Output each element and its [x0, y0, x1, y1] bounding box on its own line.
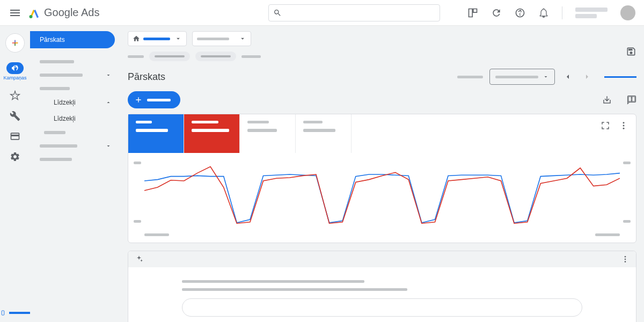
metric-tab-2[interactable] — [184, 114, 240, 153]
filter-chip[interactable] — [149, 52, 190, 61]
google-ads-logo-icon — [28, 6, 41, 19]
filter-label — [241, 55, 261, 58]
device-icon — [0, 309, 6, 317]
search-input[interactable] — [286, 9, 435, 17]
hamburger-menu-icon[interactable] — [9, 6, 21, 19]
plus-icon — [134, 96, 143, 104]
compare-indicator[interactable] — [604, 76, 636, 78]
date-next-button[interactable] — [581, 70, 594, 83]
svg-point-7 — [625, 261, 626, 262]
user-avatar[interactable] — [620, 5, 635, 20]
insight-title — [182, 280, 364, 283]
rail-campaigns-label: Kampaņas — [3, 75, 26, 80]
svg-point-2 — [623, 122, 625, 123]
notifications-icon[interactable] — [538, 8, 549, 18]
dropdown-arrow-icon — [239, 35, 246, 42]
search-box[interactable] — [268, 4, 440, 21]
nav-overview[interactable]: Pārskats — [30, 31, 115, 48]
nav-item[interactable] — [30, 83, 120, 94]
nav-item[interactable] — [30, 56, 120, 68]
page-header: Pārskats — [120, 63, 644, 90]
nav-assets-group[interactable]: Līdzekļi — [30, 94, 120, 111]
chevron-down-icon — [105, 72, 112, 78]
account-filter-chip[interactable] — [128, 31, 187, 46]
nav-assets-label: Līdzekļi — [40, 99, 76, 106]
performance-line-chart — [144, 162, 620, 226]
refresh-icon[interactable] — [491, 8, 502, 18]
insight-input[interactable] — [182, 298, 582, 317]
chevron-down-icon — [105, 143, 112, 149]
admin-icon[interactable] — [10, 151, 20, 162]
secondary-nav: Pārskats Līdzekļi Līdzekļi — [30, 26, 120, 322]
chevron-up-icon — [105, 99, 112, 106]
sparkle-icon — [135, 255, 143, 264]
campaign-filter-chip[interactable] — [192, 31, 251, 46]
nav-assets-sub-label: Līdzekļi — [40, 115, 76, 122]
save-view-icon[interactable] — [626, 46, 636, 59]
date-prev-button[interactable] — [561, 70, 574, 83]
product-logo[interactable]: Google Ads — [28, 6, 99, 19]
applied-filters-row — [120, 49, 644, 63]
action-row — [120, 90, 644, 114]
insight-card — [128, 251, 636, 322]
performance-chart-card — [128, 114, 636, 243]
svg-point-4 — [623, 128, 625, 129]
rail-campaigns[interactable]: Kampaņas — [0, 62, 30, 80]
goals-icon[interactable] — [10, 90, 20, 101]
rail-bottom-link[interactable] — [0, 309, 30, 317]
more-menu-icon[interactable] — [619, 121, 628, 130]
chart-x-start-label — [144, 233, 169, 236]
metric-tab-3[interactable] — [240, 114, 296, 153]
svg-point-3 — [623, 125, 625, 127]
svg-rect-1 — [2, 311, 4, 315]
download-icon[interactable] — [602, 95, 612, 105]
metric-tab-1[interactable] — [128, 114, 184, 153]
megaphone-icon — [11, 64, 19, 72]
svg-point-6 — [625, 259, 626, 260]
left-rail: Kampaņas — [0, 26, 30, 322]
expand-chart-icon[interactable] — [601, 121, 610, 130]
top-filter-bar — [120, 26, 644, 49]
svg-point-5 — [625, 256, 626, 258]
create-button[interactable] — [5, 33, 25, 53]
content-area: Pārskats — [120, 26, 644, 322]
help-icon[interactable] — [515, 8, 525, 18]
nav-item[interactable] — [30, 138, 120, 153]
account-switcher[interactable] — [575, 8, 608, 18]
header-divider — [562, 6, 562, 19]
more-menu-icon[interactable] — [621, 255, 630, 264]
svg-point-0 — [30, 15, 33, 18]
page-title: Pārskats — [128, 71, 165, 83]
feedback-icon[interactable] — [627, 95, 636, 105]
date-range-picker[interactable] — [489, 69, 555, 85]
dropdown-arrow-icon — [543, 74, 549, 80]
insight-subtitle — [182, 288, 407, 291]
search-icon — [273, 9, 282, 17]
nav-item[interactable] — [30, 153, 120, 165]
product-name: Google Ads — [44, 6, 99, 19]
appearance-icon[interactable] — [467, 8, 478, 18]
tools-icon[interactable] — [10, 111, 20, 121]
filter-chip[interactable] — [195, 52, 236, 61]
home-icon — [133, 35, 140, 42]
nav-item[interactable] — [30, 68, 120, 83]
dropdown-arrow-icon — [174, 35, 182, 42]
new-campaign-button[interactable] — [128, 91, 180, 108]
billing-icon[interactable] — [10, 131, 20, 142]
view-label — [457, 76, 483, 78]
app-header: Google Ads — [0, 0, 644, 26]
nav-item[interactable] — [30, 127, 120, 138]
header-actions — [467, 5, 635, 20]
metric-tab-4[interactable] — [296, 114, 352, 153]
chart-x-end-label — [595, 233, 620, 236]
filter-label — [128, 55, 144, 58]
nav-assets-sub[interactable]: Līdzekļi — [30, 111, 120, 127]
